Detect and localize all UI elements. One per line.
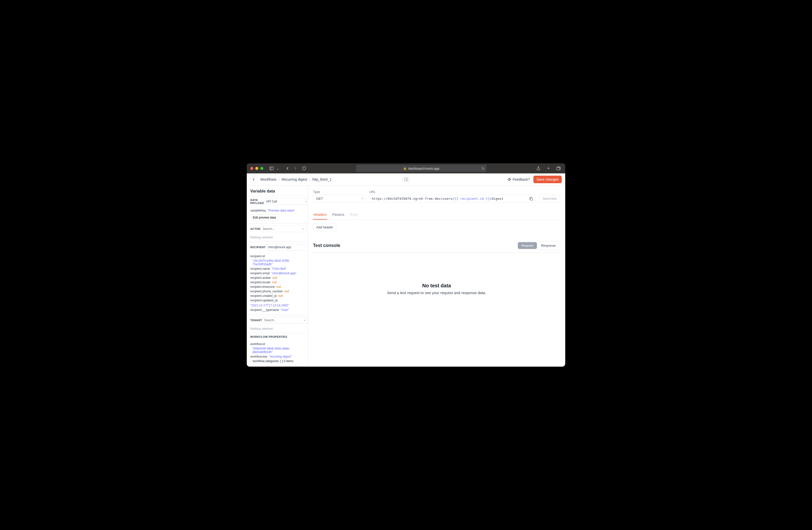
data-payload-label: DATA PAYLOAD (250, 198, 264, 205)
variable-key: workflow.id (250, 342, 265, 346)
tenant-select[interactable] (262, 317, 308, 323)
workflow-props-label: WORKFLOW PROPERTIES (250, 335, 287, 338)
breadcrumb-item[interactable]: Recurring digest (281, 178, 307, 181)
variable-value: "recurring-digest" (269, 355, 292, 358)
actor-select[interactable] (261, 226, 306, 232)
megaphone-icon (508, 178, 511, 181)
actor-label: ACTOR (250, 227, 261, 231)
variable-row: recipient.__typename"User" (250, 308, 304, 312)
send-test-button[interactable]: Send test (539, 195, 560, 203)
tab-params[interactable]: Params (332, 210, 345, 220)
variable-row: recipient.avatarnull (250, 276, 304, 280)
shield-icon[interactable] (301, 165, 307, 171)
data-payload-select[interactable] (264, 198, 308, 205)
browser-titlebar: ⌄ 🔒 dashboard.knock.app ↻ + (247, 163, 565, 173)
variable-key: recipient.locale (250, 281, 270, 284)
chevron-down-icon[interactable]: ⌄ (276, 165, 279, 171)
url-input[interactable]: https://84c5df439d74.ngrok-free.dev/user… (369, 195, 535, 203)
sidebar-title: Variable data (247, 185, 308, 196)
breadcrumb-item[interactable]: Workflows (260, 178, 276, 181)
browser-url-bar[interactable]: 🔒 dashboard.knock.app ↻ (356, 165, 487, 172)
workflow-categories-row[interactable]: › workflow.categories [ ] 0 items (250, 359, 304, 363)
sidebar-toggle-icon[interactable] (268, 165, 275, 171)
recipient-label: RECIPIENT (250, 246, 266, 249)
maximize-window-icon[interactable] (260, 167, 263, 170)
minimize-window-icon[interactable] (255, 167, 258, 170)
type-label: Type (313, 190, 366, 194)
reload-icon[interactable]: ↻ (482, 167, 484, 170)
variable-row: recipient.timezonenull (250, 284, 304, 289)
tenant-empty-text: Nothing selected (247, 325, 308, 333)
variable-value: "Chris Bell" (272, 267, 287, 270)
variable-key: recipient.avatar (250, 276, 271, 280)
back-button[interactable] (250, 176, 257, 183)
variable-value: "chris@knock.app" (271, 271, 296, 275)
tenant-label: TENANT (250, 319, 262, 322)
breadcrumb: Workflows › Recurring digest › http_fetc… (260, 178, 332, 181)
console-segmented-control: Request Response (517, 241, 560, 250)
variable-key: recipient.__typename (250, 308, 279, 312)
variable-key: recipient.id (250, 254, 265, 258)
variable-value: null (276, 285, 281, 289)
url-label: URL (369, 190, 535, 194)
sidebar: Variable data DATA PAYLOAD variableKey "… (247, 185, 308, 367)
edit-preview-data-button[interactable]: Edit preview data (250, 214, 278, 221)
recipient-select[interactable] (266, 244, 308, 250)
variable-row: recipient.id (250, 254, 304, 259)
variable-key: workflow.key (250, 355, 267, 358)
new-tab-icon[interactable]: + (545, 165, 552, 171)
variable-key: recipient.name (250, 267, 270, 270)
variable-row: recipient.localenull (250, 280, 304, 284)
variable-value: "2021-11-17T17:13:14.240Z" (250, 304, 289, 307)
variable-key: recipient.email (250, 271, 270, 275)
workflow-fields: workflow.id"006e938f-98e6-408e-a9de-dbb0… (250, 342, 304, 359)
console-empty-body: Send a test request to see your request … (318, 291, 555, 295)
variable-value: "16c1fd70-b49a-48d2-8256-73a2b9f18adb" (252, 259, 304, 266)
variable-key: recipient.timezone (250, 285, 275, 289)
browser-window: ⌄ 🔒 dashboard.knock.app ↻ + (247, 163, 565, 367)
chevron-right-icon: › (278, 178, 280, 181)
svg-rect-3 (404, 178, 408, 181)
feedback-button[interactable]: Feedback? (508, 178, 530, 181)
variable-value: null (272, 276, 277, 280)
variable-row: recipient.updated_at"2021-11-17T17:13:14… (250, 298, 304, 308)
tab-body[interactable]: Body (349, 210, 358, 220)
console-empty-title: No test data (318, 283, 555, 289)
variable-key: recipient.updated_at (250, 298, 278, 302)
breadcrumb-item[interactable]: http_fetch_1 (313, 178, 332, 181)
variable-key-label: variableKey (250, 209, 266, 212)
test-console: Test console Request Response No test da… (313, 241, 560, 325)
svg-rect-5 (531, 198, 533, 200)
save-changes-button[interactable]: Save changes (533, 176, 562, 183)
panel-toggle-button[interactable] (403, 176, 409, 183)
workflow-categories-label: workflow.categories (252, 359, 279, 363)
seg-request[interactable]: Request (518, 242, 537, 249)
variable-value: "User" (280, 308, 289, 312)
variable-key-value: "Preview data value" (267, 209, 295, 212)
variable-row: workflow.id (250, 342, 304, 346)
copy-icon[interactable] (530, 197, 533, 200)
share-icon[interactable] (535, 165, 542, 171)
tab-headers[interactable]: Headers (313, 210, 327, 220)
app-header: Workflows › Recurring digest › http_fetc… (247, 173, 565, 185)
nav-forward-icon[interactable] (292, 165, 299, 171)
close-window-icon[interactable] (250, 167, 253, 170)
main-content: Type URL https://84c5df439d74.ngrok-free… (308, 185, 565, 367)
chevron-right-icon: › (250, 360, 251, 363)
svg-rect-2 (557, 167, 560, 170)
seg-response[interactable]: Response (537, 242, 559, 249)
tabs-overview-icon[interactable] (555, 165, 562, 171)
http-method-select[interactable] (313, 195, 366, 203)
lock-icon: 🔒 (403, 167, 407, 170)
add-header-button[interactable]: Add header (313, 223, 336, 231)
console-empty-state: No test data Send a test request to see … (313, 253, 560, 325)
variable-row: recipient.name"Chris Bell" (250, 266, 304, 271)
variable-value: null (272, 281, 277, 284)
variable-row: recipient.email"chris@knock.app" (250, 271, 304, 276)
browser-url-text: dashboard.knock.app (408, 167, 439, 170)
nav-back-icon[interactable] (285, 165, 291, 171)
svg-rect-0 (270, 167, 273, 170)
variable-row: workflow.key"recurring-digest" (250, 354, 304, 359)
variable-value: null (284, 290, 289, 293)
variable-key: recipient.created_at (250, 294, 277, 298)
